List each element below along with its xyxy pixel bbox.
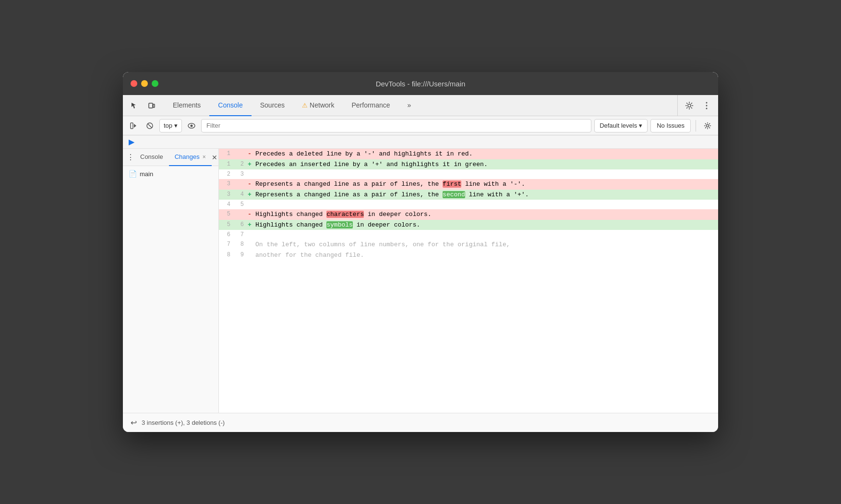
diff-line-content: Precedes an inserted line by a '+' and h… [253, 159, 718, 170]
main-area: ⋮ Console Changes × ✕ 📄 main [123, 149, 718, 413]
table-row: 7 8 On the left, two columns of line num… [219, 240, 718, 250]
more-options-button[interactable] [699, 98, 714, 113]
tab-sources[interactable]: Sources [252, 95, 293, 116]
levels-chevron-icon: ▾ [639, 122, 642, 129]
prompt-arrow-icon: ▶ [129, 138, 134, 146]
svg-point-5 [706, 108, 708, 109]
new-line-num [232, 149, 246, 159]
diff-line-content [253, 169, 718, 179]
old-line-num: 8 [219, 250, 232, 261]
tab-more[interactable]: » [399, 95, 420, 116]
table-row: 1 2 + Precedes an inserted line by a '+'… [219, 159, 718, 170]
table-row: 4 5 [219, 200, 718, 209]
diff-summary: 3 insertions (+), 3 deletions (-) [142, 419, 225, 426]
svg-point-2 [688, 104, 691, 107]
table-row: 2 3 [219, 169, 718, 179]
title-bar: DevTools - file:///Users/main [123, 72, 718, 95]
panel-more-icon[interactable]: ⋮ [127, 151, 134, 164]
close-button[interactable] [131, 80, 137, 87]
issues-button[interactable]: No Issues [650, 119, 691, 132]
changes-tab-close[interactable]: × [203, 154, 206, 160]
sidebar-file-item[interactable]: 📄 main [123, 166, 218, 181]
diff-footer: ↩ 3 insertions (+), 3 deletions (-) [123, 413, 718, 432]
device-toggle-button[interactable] [144, 98, 159, 113]
diff-line-content: another for the changed file. [253, 250, 718, 261]
svg-line-9 [148, 123, 152, 128]
window-title: DevTools - file:///Users/main [376, 80, 466, 88]
undo-icon[interactable]: ↩ [131, 418, 137, 427]
svg-marker-7 [134, 124, 136, 128]
old-line-num: 6 [219, 230, 232, 240]
vertical-dots-icon [706, 101, 708, 110]
inspect-element-button[interactable] [127, 98, 142, 113]
gear-icon [685, 101, 694, 110]
play-icon [130, 122, 137, 129]
new-line-num: 8 [232, 240, 246, 250]
warning-icon: ⚠ [302, 102, 308, 109]
panel-close-button[interactable]: ✕ [212, 152, 217, 163]
toolbar-divider [696, 120, 696, 132]
devtools-window: DevTools - file:///Users/main Elements C… [123, 72, 718, 432]
device-icon [148, 102, 156, 109]
tab-performance[interactable]: Performance [343, 95, 398, 116]
diff-line-content: Represents a changed line as a pair of l… [253, 179, 718, 190]
table-row: 5 6 + Highlights changed symbols in deep… [219, 220, 718, 230]
table-row: 3 - Represents a changed line as a pair … [219, 179, 718, 190]
svg-point-11 [191, 124, 193, 127]
console-settings-button[interactable] [701, 119, 714, 132]
del-marker: - [246, 209, 253, 220]
old-line-num: 4 [219, 200, 232, 209]
new-line-num: 7 [232, 230, 246, 240]
ins-marker: + [246, 220, 253, 230]
old-line-num: 5 [219, 209, 232, 220]
old-line-num: 2 [219, 169, 232, 179]
context-selector[interactable]: top ▾ [159, 119, 182, 132]
prompt-row: ▶ [123, 135, 718, 149]
neutral-marker [246, 200, 253, 209]
new-line-num: 6 [232, 220, 246, 230]
new-line-num: 9 [232, 250, 246, 261]
maximize-button[interactable] [152, 80, 158, 87]
console-toolbar: top ▾ Default levels ▾ No Issues [123, 116, 718, 135]
tab-elements[interactable]: Elements [164, 95, 209, 116]
tab-console[interactable]: Console [209, 95, 251, 116]
diff-line-content: On the left, two columns of line numbers… [253, 240, 718, 250]
svg-point-4 [706, 105, 708, 106]
new-line-num: 3 [232, 169, 246, 179]
traffic-lights [131, 80, 158, 87]
cursor-icon [131, 102, 138, 109]
diff-content: 1 - Precedes a deleted line by a '-' and… [219, 149, 718, 413]
old-line-num: 3 [219, 179, 232, 190]
tab-network[interactable]: ⚠ Network [293, 95, 343, 116]
new-line-num [232, 179, 246, 190]
table-row: 3 4 + Represents a changed line as a pai… [219, 190, 718, 200]
sidebar: ⋮ Console Changes × ✕ 📄 main [123, 149, 219, 413]
levels-dropdown[interactable]: Default levels ▾ [594, 119, 648, 132]
highlight-del: characters [326, 211, 364, 218]
tab-bar: Elements Console Sources ⚠ Network Perfo… [164, 95, 673, 116]
old-line-num: 1 [219, 149, 232, 159]
comment-marker [246, 250, 253, 261]
ins-marker: + [246, 159, 253, 170]
toolbar-left [127, 95, 159, 116]
run-script-button[interactable] [127, 119, 140, 132]
clear-console-button[interactable] [143, 119, 156, 132]
toolbar-right [677, 95, 714, 116]
new-line-num: 2 [232, 159, 246, 170]
highlight-del: first [443, 180, 461, 188]
chevron-down-icon: ▾ [174, 122, 178, 129]
highlight-ins: second [443, 191, 465, 198]
filter-input[interactable] [201, 119, 591, 132]
tab-console-panel[interactable]: Console [134, 149, 169, 166]
diff-line-content [253, 200, 718, 209]
diff-line-content: Highlights changed symbols in deeper col… [253, 220, 718, 230]
eye-icon [188, 123, 195, 129]
del-marker: - [246, 149, 253, 159]
eye-button[interactable] [185, 119, 198, 132]
diff-line-content: Highlights changed characters in deeper … [253, 209, 718, 220]
minimize-button[interactable] [141, 80, 148, 87]
panel-tabs: ⋮ Console Changes × ✕ [123, 149, 218, 166]
settings-button[interactable] [682, 98, 697, 113]
tab-changes-panel[interactable]: Changes × [169, 149, 212, 166]
block-icon [146, 122, 154, 130]
